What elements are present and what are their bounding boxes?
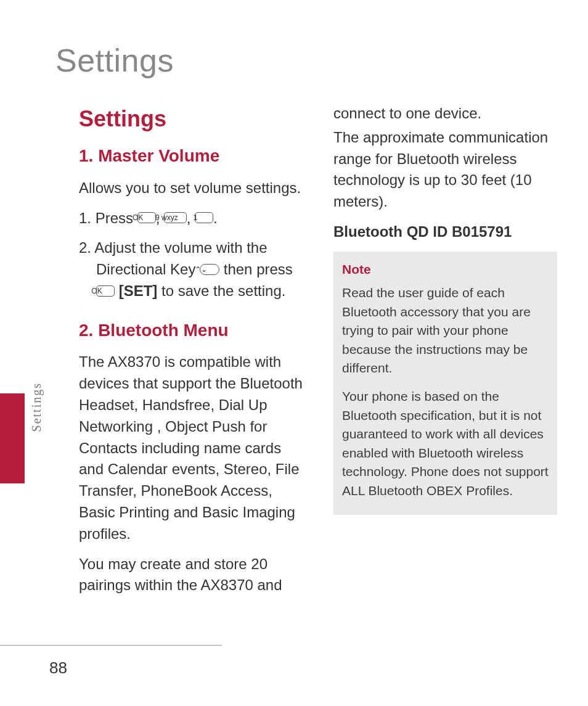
heading-settings: Settings [79,103,303,135]
ok-key-icon: OK [137,212,156,223]
bt-para-3: The approximate communication range for … [333,127,557,213]
footer-rule [0,645,222,646]
bt-qd-id: Bluetooth QD ID B015791 [333,221,557,243]
ok-key-icon: OK [96,285,115,297]
mv-step-2: 2. Adjust the volume with the Directiona… [79,237,303,302]
side-tab [0,393,25,483]
directional-key-icon: ⌃⌄ [200,264,219,275]
text: to save the setting. [161,282,285,299]
mv-step-1: 1. Press OK, 9 wxyz, 1. [79,208,303,229]
nine-key-icon: 9 wxyz [164,212,187,223]
text: 1. Press [79,210,137,226]
content: Settings 1. Master Volume Allows you to … [79,103,557,602]
heading-master-volume: 1. Master Volume [79,144,303,169]
note-title: Note [342,260,549,279]
note-p1: Read the user guide of each Bluetooth ac… [342,284,549,377]
set-label: [SET] [119,282,158,299]
text: then press [224,261,293,277]
bt-para-1: The AX8370 is compatible with devices th… [79,351,303,544]
note-p2: Your phone is based on the Bluetooth spe… [342,387,549,500]
page-title: Settings [55,42,174,79]
one-key-icon: 1 [195,212,213,223]
note-box: Note Read the user guide of each Bluetoo… [333,252,557,515]
mv-intro: Allows you to set volume settings. [79,178,303,199]
page-number: 88 [49,659,67,678]
side-label: Settings [30,382,44,432]
text: . [213,210,218,226]
heading-bluetooth-menu: 2. Bluetooth Menu [79,318,303,343]
